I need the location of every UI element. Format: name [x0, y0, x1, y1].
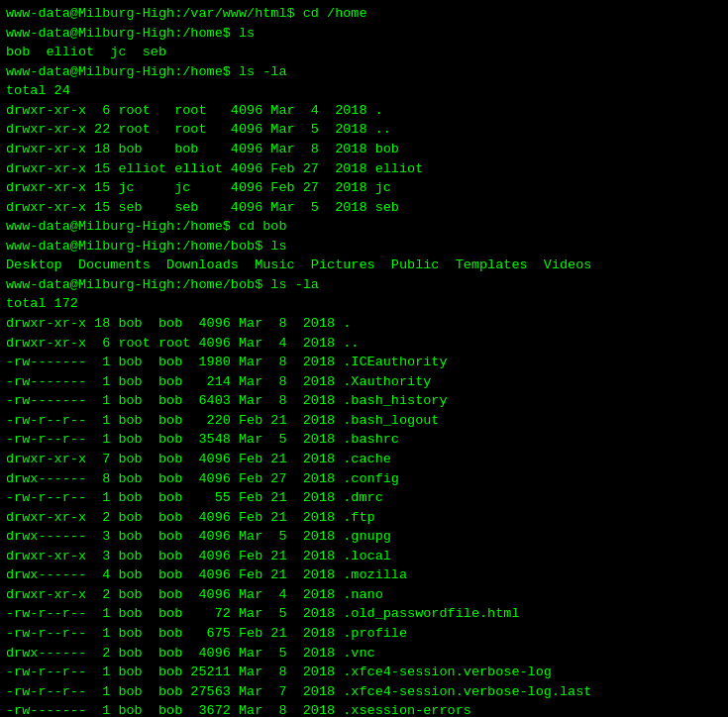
terminal-line: -rw-r--r-- 1 bob bob 27563 Mar 7 2018 .x… — [6, 682, 722, 702]
terminal-line: www-data@Milburg-High:/var/www/html$ cd … — [6, 4, 722, 24]
terminal-line: drwxr-xr-x 7 bob bob 4096 Feb 21 2018 .c… — [6, 450, 722, 469]
terminal-line: -rw-r--r-- 1 bob bob 25211 Mar 8 2018 .x… — [6, 663, 722, 682]
terminal-line: total 172 — [6, 294, 722, 314]
terminal-line: www-data@Milburg-High:/home$ ls — [6, 24, 722, 44]
terminal-line: drwxr-xr-x 18 bob bob 4096 Mar 8 2018 bo… — [6, 140, 722, 159]
terminal-line: -rw-r--r-- 1 bob bob 220 Feb 21 2018 .ba… — [6, 411, 722, 431]
terminal-output: www-data@Milburg-High:/var/www/html$ cd … — [6, 4, 722, 717]
terminal-line: drwxr-xr-x 15 seb seb 4096 Mar 5 2018 se… — [6, 198, 722, 218]
terminal-line: bob elliot jc seb — [6, 43, 722, 62]
terminal-line: drwxr-xr-x 15 elliot elliot 4096 Feb 27 … — [6, 159, 722, 179]
terminal-line: drwxr-xr-x 15 jc jc 4096 Feb 27 2018 jc — [6, 178, 722, 198]
terminal-line: drwxr-xr-x 2 bob bob 4096 Feb 21 2018 .f… — [6, 508, 722, 528]
terminal-line: drwxr-xr-x 6 root root 4096 Mar 4 2018 .… — [6, 334, 722, 354]
terminal-line: drwxr-xr-x 2 bob bob 4096 Mar 4 2018 .na… — [6, 585, 722, 605]
terminal-line: www-data@Milburg-High:/home/bob$ ls — [6, 237, 722, 256]
terminal-line: total 24 — [6, 81, 722, 101]
terminal-line: drwx------ 3 bob bob 4096 Mar 5 2018 .gn… — [6, 527, 722, 547]
terminal-line: Desktop Documents Downloads Music Pictur… — [6, 256, 722, 275]
terminal-line: drwxr-xr-x 3 bob bob 4096 Feb 21 2018 .l… — [6, 547, 722, 566]
terminal-line: -rw------- 1 bob bob 1980 Mar 8 2018 .IC… — [6, 353, 722, 372]
terminal-line: drwx------ 4 bob bob 4096 Feb 21 2018 .m… — [6, 565, 722, 585]
terminal-line: -rw-r--r-- 1 bob bob 55 Feb 21 2018 .dmr… — [6, 488, 722, 508]
terminal-line: -rw-r--r-- 1 bob bob 3548 Mar 5 2018 .ba… — [6, 430, 722, 450]
terminal-line: -rw------- 1 bob bob 3672 Mar 8 2018 .xs… — [6, 701, 722, 717]
terminal-line: www-data@Milburg-High:/home/bob$ ls -la — [6, 275, 722, 295]
terminal-line: drwxr-xr-x 6 root root 4096 Mar 4 2018 . — [6, 101, 722, 121]
terminal-line: -rw-r--r-- 1 bob bob 675 Feb 21 2018 .pr… — [6, 624, 722, 644]
terminal-line: drwxr-xr-x 18 bob bob 4096 Mar 8 2018 . — [6, 314, 722, 334]
terminal-line: drwx------ 2 bob bob 4096 Mar 5 2018 .vn… — [6, 644, 722, 664]
terminal-line: www-data@Milburg-High:/home$ cd bob — [6, 217, 722, 237]
terminal-line: www-data@Milburg-High:/home$ ls -la — [6, 62, 722, 82]
terminal-line: -rw------- 1 bob bob 214 Mar 8 2018 .Xau… — [6, 372, 722, 392]
terminal-line: -rw-r--r-- 1 bob bob 72 Mar 5 2018 .old_… — [6, 604, 722, 624]
terminal-line: -rw------- 1 bob bob 6403 Mar 8 2018 .ba… — [6, 391, 722, 411]
terminal-line: drwx------ 8 bob bob 4096 Feb 27 2018 .c… — [6, 469, 722, 489]
terminal-line: drwxr-xr-x 22 root root 4096 Mar 5 2018 … — [6, 120, 722, 140]
